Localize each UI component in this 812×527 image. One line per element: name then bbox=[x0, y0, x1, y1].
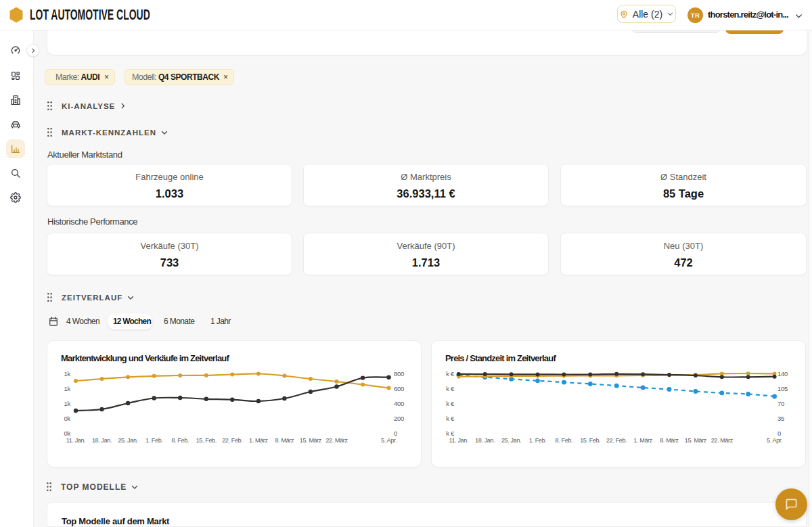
svg-text:k €: k € bbox=[446, 430, 455, 437]
svg-text:0k: 0k bbox=[64, 415, 71, 422]
svg-text:k €: k € bbox=[446, 385, 455, 392]
svg-text:1. Feb.: 1. Feb. bbox=[145, 437, 163, 444]
svg-text:18. Jan.: 18. Jan. bbox=[92, 437, 112, 444]
svg-text:400: 400 bbox=[394, 400, 404, 407]
svg-text:22. Feb.: 22. Feb. bbox=[222, 437, 242, 444]
svg-text:1. Feb.: 1. Feb. bbox=[529, 437, 547, 444]
svg-text:70: 70 bbox=[777, 400, 784, 407]
svg-text:8. Feb.: 8. Feb. bbox=[171, 437, 189, 444]
svg-text:11. Jan.: 11. Jan. bbox=[66, 437, 86, 444]
svg-text:1k: 1k bbox=[64, 385, 71, 392]
svg-text:15. Feb.: 15. Feb. bbox=[580, 437, 600, 444]
svg-text:800: 800 bbox=[394, 370, 404, 377]
svg-text:k €: k € bbox=[446, 370, 455, 377]
svg-text:5. Apr.: 5. Apr. bbox=[767, 437, 782, 444]
svg-text:5. Apr.: 5. Apr. bbox=[381, 437, 397, 444]
svg-text:k €: k € bbox=[446, 415, 455, 422]
svg-text:8. Feb.: 8. Feb. bbox=[556, 437, 573, 444]
svg-text:105: 105 bbox=[777, 385, 788, 392]
svg-text:25. Jan.: 25. Jan. bbox=[501, 437, 521, 444]
svg-text:11. Jan.: 11. Jan. bbox=[449, 437, 469, 444]
svg-text:0: 0 bbox=[777, 430, 781, 437]
svg-text:22. März: 22. März bbox=[711, 437, 734, 444]
svg-text:140: 140 bbox=[777, 370, 788, 377]
svg-text:600: 600 bbox=[394, 385, 404, 392]
svg-text:15. Feb.: 15. Feb. bbox=[196, 437, 217, 444]
svg-text:22. März: 22. März bbox=[325, 437, 348, 444]
svg-text:k €: k € bbox=[446, 400, 455, 407]
svg-text:8. März: 8. März bbox=[660, 437, 679, 444]
svg-text:25. Jan.: 25. Jan. bbox=[118, 437, 137, 444]
svg-text:1k: 1k bbox=[64, 370, 71, 377]
svg-text:18. Jan.: 18. Jan. bbox=[475, 437, 495, 444]
svg-text:0: 0 bbox=[394, 430, 397, 437]
svg-text:15. März: 15. März bbox=[685, 437, 707, 444]
svg-text:1. März: 1. März bbox=[249, 437, 268, 444]
svg-text:22. Feb.: 22. Feb. bbox=[606, 437, 627, 444]
svg-text:15. März: 15. März bbox=[300, 437, 322, 444]
svg-text:1. März: 1. März bbox=[633, 437, 652, 444]
svg-text:35: 35 bbox=[777, 415, 784, 422]
svg-text:8. März: 8. März bbox=[275, 437, 294, 444]
svg-text:0k: 0k bbox=[64, 430, 71, 437]
svg-text:200: 200 bbox=[394, 415, 404, 422]
svg-text:1k: 1k bbox=[64, 400, 71, 407]
